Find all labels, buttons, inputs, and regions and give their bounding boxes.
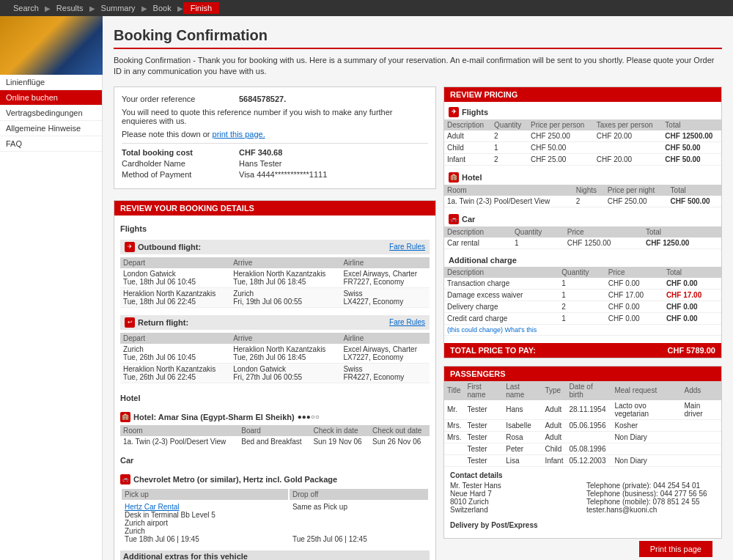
- airline-2: SwissLX4227, Economy: [340, 287, 430, 307]
- return-flight-header: ↩ Return flight: Fare Rules: [120, 315, 430, 330]
- flight-total-adult: CHF 12500.00: [662, 130, 721, 142]
- col-price: Price: [564, 226, 643, 237]
- col-total: Total: [662, 119, 721, 130]
- pax-last-3: Rosa: [503, 431, 542, 443]
- step-finish[interactable]: Finish: [183, 2, 219, 14]
- step-book[interactable]: Book: [147, 4, 177, 12]
- pax-title-5: [444, 454, 464, 466]
- left-column: Your order reference 5684578527. You wil…: [114, 86, 436, 560]
- car-pricing-table: Description Quantity Price Total Car ren…: [444, 226, 721, 249]
- phone-private: Telephone (private): 044 254 54 01: [586, 482, 715, 490]
- pax-last-5: Lisa: [503, 454, 542, 466]
- pax-title-2: Mrs.: [444, 419, 464, 431]
- col-lastname: Last name: [503, 381, 542, 400]
- outbound-header-left: ✈ Outbound flight:: [125, 242, 201, 252]
- add-qty-4: 1: [559, 312, 605, 324]
- pax-meal-4: [611, 443, 681, 454]
- pax-meal-2: Kosher: [611, 419, 681, 431]
- hertz-link[interactable]: Hertz Car Rental: [125, 503, 179, 511]
- add-price-3: CHF 0.00: [605, 301, 663, 312]
- contact-left: Mr. Tester Hans Neue Hard 7 8010 Zurich …: [450, 482, 579, 514]
- step-search[interactable]: Search: [7, 4, 45, 12]
- car-pickup-table: Pick up Drop off Hertz Car Rental Desk i…: [120, 487, 430, 546]
- payment-value: Visa 4444***********1111: [239, 170, 327, 179]
- col-price-night: Price per night: [605, 185, 668, 196]
- col-desc: Description: [444, 119, 491, 130]
- table-row: Delivery charge 2 CHF 0.00 CHF 0.00: [444, 301, 721, 312]
- passengers-header: PASSENGERS: [444, 366, 721, 381]
- arrow-4: ▶: [177, 4, 183, 12]
- add-desc-2: Damage excess waiver: [444, 289, 559, 301]
- col-dob: Date of birth: [566, 381, 611, 400]
- add-qty-1: 1: [559, 278, 605, 290]
- hotel-name-row: 🏨 Hotel: Amar Sina (Egypt-Sharm El Sheik…: [120, 409, 430, 425]
- payment-label: Method of Payment: [122, 170, 239, 179]
- total-price-row: TOTAL PRICE TO PAY: CHF 5789.00: [444, 343, 721, 358]
- hotel-room: 1a. Twin (2-3) Pool/Desert View: [444, 196, 573, 207]
- sidebar-item-vertragsbedingungen[interactable]: Vertragsbedingungen: [0, 106, 102, 121]
- total-value: CHF 5789.00: [668, 346, 715, 355]
- car-section-label: Car: [120, 453, 430, 468]
- car-qty: 1: [512, 237, 564, 249]
- col-checkout: Check out date: [369, 425, 430, 436]
- step-results[interactable]: Results: [51, 4, 89, 12]
- total-row: Total booking cost CHF 340.68: [122, 148, 428, 157]
- pricing-title: REVIEW PRICING: [450, 90, 517, 99]
- flight-price-adult: CHF 250.00: [528, 130, 594, 142]
- passengers-table: Title First name Last name Type Date of …: [444, 381, 721, 467]
- contact-right: Telephone (private): 044 254 54 01 Telep…: [586, 482, 715, 514]
- contact-email: tester.hans@kuoni.ch: [586, 506, 715, 514]
- outbound-fare-rules[interactable]: Fare Rules: [389, 243, 425, 251]
- pax-adds-1: Main driver: [682, 400, 721, 420]
- pax-dob-4: 05.08.1996: [566, 443, 611, 454]
- sidebar-nav: Linienflüge Online buchen Vertragsbeding…: [0, 75, 102, 152]
- car-block: Car 🚗 Chevrolet Metro (or similar), Hert…: [120, 453, 430, 560]
- sidebar-item-online-buchen[interactable]: Online buchen: [0, 90, 102, 106]
- pax-title-3: Mrs.: [444, 431, 464, 443]
- pax-adds-5: [682, 454, 721, 466]
- print-button[interactable]: Print this page: [639, 541, 712, 557]
- additional-subtitle: Additional charge: [444, 254, 721, 267]
- passengers-box: PASSENGERS Title First name Last name Ty…: [443, 366, 722, 539]
- return-fare-rules[interactable]: Fare Rules: [389, 318, 425, 326]
- hotel-total: CHF 500.00: [668, 196, 721, 207]
- hotel-icon: 🏨: [120, 412, 130, 422]
- arrive-2: ZurichFri, 19th Jul 06 00:55: [230, 287, 340, 307]
- col-type: Type: [542, 381, 566, 400]
- phone-business: Telephone (business): 044 277 56 56: [586, 490, 715, 498]
- col-room: Room: [120, 425, 238, 436]
- contact-grid: Mr. Tester Hans Neue Hard 7 8010 Zurich …: [450, 482, 715, 514]
- table-row: Heraklion North KazantzakisTue, 18th Jul…: [120, 287, 430, 307]
- flight-price-child: CHF 50.00: [528, 141, 594, 153]
- sidebar-item-allgemeine[interactable]: Allgemeine Hinweise: [0, 121, 102, 136]
- step-summary[interactable]: Summary: [95, 4, 141, 12]
- car-name: Chevrolet Metro (or similar), Hertz incl…: [133, 475, 337, 484]
- pax-dob-3: [566, 431, 611, 443]
- outbound-icon: ✈: [125, 242, 135, 252]
- table-row: Heraklion North KazantzakisTue, 26th Jul…: [120, 363, 430, 383]
- pax-meal-5: Non Diary: [611, 454, 681, 466]
- sidebar-item-faq[interactable]: FAQ: [0, 136, 102, 152]
- print-note: Please note this down or print this page…: [122, 130, 428, 139]
- sidebar-image: [0, 16, 103, 75]
- hotel-name: Hotel: Amar Sina (Egypt-Sharm El Sheikh): [133, 413, 295, 421]
- flight-total-infant: CHF 50.00: [662, 153, 721, 165]
- pax-first-2: Tester: [464, 419, 503, 431]
- sidebar-item-linienfluge[interactable]: Linienflüge: [0, 75, 102, 90]
- col-tax: Taxes per person: [594, 119, 663, 130]
- add-total-4: CHF 0.00: [663, 312, 721, 324]
- additional-pricing-table: Description Quantity Price Total Transac…: [444, 267, 721, 336]
- print-link[interactable]: print this page.: [213, 130, 265, 139]
- airline-1: Excel Airways, CharterFR7227, Economy: [340, 268, 430, 288]
- flight-qty-infant: 2: [491, 153, 528, 165]
- hotel-pricing-icon: 🏨: [449, 172, 459, 183]
- phone-mobile: Telephone (mobile): 078 851 24 55: [586, 498, 715, 506]
- contact-title: Contact details: [450, 471, 715, 479]
- order-ref-number: 5684578527.: [239, 95, 286, 103]
- table-row: Child 1 CHF 50.00 CHF 50.00: [444, 141, 721, 153]
- hotel-pricing-table: Room Nights Price per night Total 1a. Tw…: [444, 185, 721, 207]
- col-meal: Meal request: [611, 381, 681, 400]
- table-row: Mrs. Tester Isabelle Adult 05.06.1956 Ko…: [444, 419, 721, 431]
- add-note: (this could change) What's this: [444, 324, 721, 335]
- flights-pricing: ✈ Flights Description Quantity Price per…: [444, 105, 721, 166]
